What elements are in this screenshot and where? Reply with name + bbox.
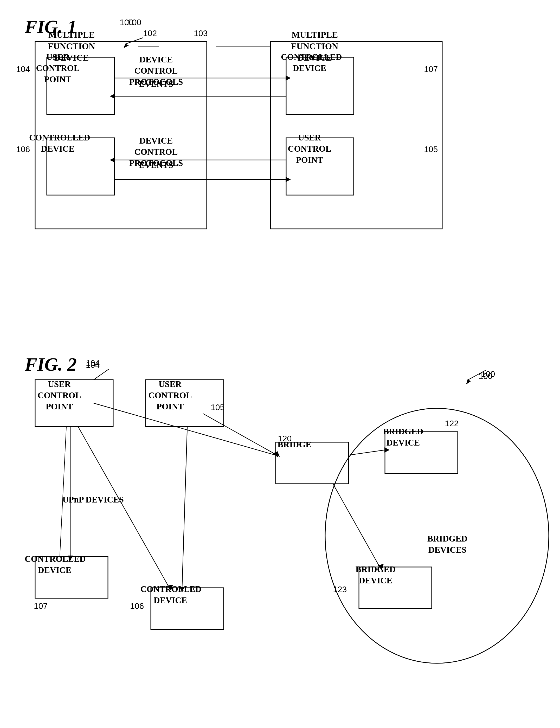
fig2-ref-100b: 100 xyxy=(479,371,492,381)
ref-106: 106 xyxy=(16,145,30,154)
cd-right-label: CONTROLLEDDEVICE xyxy=(281,51,338,74)
ref-104: 104 xyxy=(16,65,30,74)
ref-107: 107 xyxy=(424,65,438,74)
ref-102: 102 xyxy=(143,29,157,38)
fig2-ucp104-label: USER CONTROLPOINT xyxy=(25,379,93,412)
svg-line-47 xyxy=(60,427,66,556)
svg-marker-11 xyxy=(110,94,115,99)
fig2-cd107-label: CONTROLLEDDEVICE xyxy=(25,553,85,576)
svg-marker-17 xyxy=(286,177,291,182)
fig2-upnp-label: UPnP DEVICES xyxy=(57,494,130,505)
fig2-bridge-label: BRIDGE xyxy=(266,439,323,450)
svg-line-46 xyxy=(94,369,109,380)
fig2-ref-120: 120 xyxy=(278,434,292,443)
svg-marker-8 xyxy=(286,75,291,81)
fig2-cd106-label: CONTROLLEDDEVICE xyxy=(140,584,200,606)
svg-marker-14 xyxy=(110,157,115,163)
svg-line-32 xyxy=(78,427,169,587)
svg-line-42 xyxy=(333,484,380,567)
fig2-bd122-label: BRIDGEDDEVICE xyxy=(375,426,432,448)
ref-103: 103 xyxy=(194,29,208,38)
ref-105: 105 xyxy=(424,145,438,154)
ucp-left-label: USERCONTROLPOINT xyxy=(29,51,86,85)
fig2-ucp105-label: USER CONTROLPOINT xyxy=(136,379,204,412)
fig2-bridged-devices-label: BRIDGED DEVICES xyxy=(411,533,484,556)
svg-line-18 xyxy=(125,38,143,44)
fig2-ref-123: 123 xyxy=(333,585,347,594)
events-top-label: EVENTS xyxy=(133,79,179,90)
fig2-ref-122: 122 xyxy=(445,419,459,428)
cd-left-label: CONTROLLEDDEVICE xyxy=(29,132,86,154)
ucp-right-label: USERCONTROLPOINT xyxy=(281,132,338,166)
fig2-ref-104: 104 xyxy=(86,360,100,370)
fig2-ref-107: 107 xyxy=(34,601,48,611)
svg-marker-45 xyxy=(466,379,471,384)
events-bottom-label: EVENTS xyxy=(133,160,179,171)
svg-marker-19 xyxy=(124,44,129,48)
fig1-diagram-svg xyxy=(21,16,536,349)
svg-line-38 xyxy=(182,427,187,587)
ref-100: 100 xyxy=(120,18,133,27)
fig2-ref-106: 106 xyxy=(130,601,144,611)
fig2-bd123-label: BRIDGEDDEVICE xyxy=(347,564,404,586)
fig2-ref-105: 105 xyxy=(211,403,224,412)
